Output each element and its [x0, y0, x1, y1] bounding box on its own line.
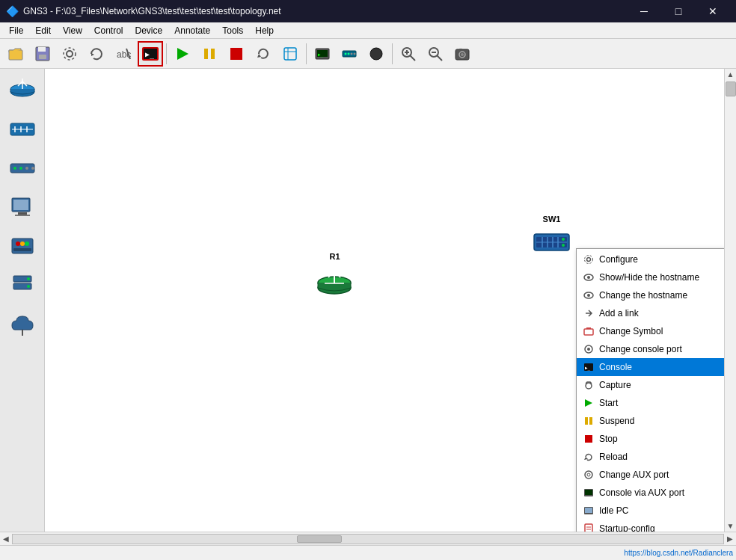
capture-icon [583, 379, 595, 391]
sidebar-item-hub[interactable] [4, 150, 41, 187]
refresh-button[interactable] [84, 41, 109, 67]
svg-point-21 [345, 52, 347, 55]
svg-rect-95 [589, 417, 592, 425]
svg-rect-54 [18, 212, 27, 215]
vertical-scrollbar[interactable]: ▲ ▼ [724, 69, 736, 532]
open-button[interactable] [3, 41, 28, 67]
suspend-all-button[interactable] [197, 41, 222, 67]
svg-rect-16 [284, 48, 296, 60]
ctx-startup-config[interactable]: Startup-config [577, 520, 724, 532]
ctx-showhide-hostname-label: Show/Hide the hostname [599, 272, 699, 283]
maximize-button[interactable]: □ [661, 0, 696, 22]
gear-icon [583, 253, 595, 265]
scrollbar-right-arrow[interactable]: ▶ [724, 535, 736, 543]
svg-text:▶_: ▶_ [318, 52, 324, 58]
ctx-configure[interactable]: Configure [577, 250, 724, 268]
status-bar: https://blog.csdn.net/Radianclera [0, 545, 736, 560]
ctx-idle-pc-label: Idle PC [599, 505, 628, 516]
ctx-console-via-aux[interactable]: Console via AUX port [577, 484, 724, 502]
menu-device[interactable]: Device [129, 24, 169, 37]
ctx-add-link[interactable]: Add a link [577, 304, 724, 322]
console-port-icon [583, 343, 595, 355]
svg-point-5 [64, 48, 76, 60]
ctx-showhide-hostname[interactable]: Show/Hide the hostname [577, 268, 724, 286]
sep1 [166, 43, 167, 64]
zoom-in-button[interactable] [396, 41, 421, 67]
stop-all-button[interactable] [224, 41, 249, 67]
filter-button[interactable]: abc [111, 41, 136, 67]
terminal-button[interactable]: ▶_ [138, 41, 163, 67]
ctx-add-link-label: Add a link [599, 308, 639, 319]
svg-point-51 [31, 167, 34, 170]
scrollbar-up-arrow[interactable]: ▲ [725, 69, 736, 80]
title-bar: 🔷 GNS3 - F:\03_Files\Network\GNS3\test\t… [0, 0, 736, 22]
ctx-change-aux-port[interactable]: Change AUX port [577, 466, 724, 484]
sidebar-item-server[interactable] [4, 266, 41, 304]
preferences-button[interactable] [57, 41, 82, 67]
minimize-button[interactable]: ─ [627, 0, 661, 22]
ctx-change-console-port-label: Change console port [599, 344, 682, 354]
ctx-change-console-port[interactable]: Change console port [577, 340, 724, 358]
ctx-start[interactable]: Start [577, 394, 724, 412]
node-sw1[interactable]: SW1 [531, 215, 572, 260]
menu-control[interactable]: Control [88, 24, 129, 37]
svg-point-50 [25, 167, 28, 170]
menu-view[interactable]: View [57, 24, 88, 37]
menu-file[interactable]: File [3, 24, 29, 37]
ctx-change-hostname[interactable]: Change the hostname [577, 286, 724, 304]
scrollbar-v-thumb[interactable] [726, 81, 736, 96]
ctx-change-symbol[interactable]: Change Symbol [577, 322, 724, 340]
ctx-stop[interactable]: Stop [577, 430, 724, 448]
sidebar-item-router[interactable] [4, 72, 41, 109]
scrollbar-down-arrow[interactable]: ▼ [725, 520, 736, 532]
workspace: R1 SW1 [0, 69, 736, 532]
scrollbar-h-thumb[interactable] [297, 535, 342, 543]
svg-point-64 [27, 285, 30, 288]
left-sidebar [0, 69, 45, 532]
ctx-change-aux-port-label: Change AUX port [599, 470, 669, 480]
svg-marker-6 [91, 53, 94, 56]
ethernet-button[interactable] [337, 41, 362, 67]
svg-rect-96 [585, 435, 592, 443]
svg-point-99 [587, 473, 590, 476]
save-button[interactable] [30, 41, 55, 67]
console-all-button[interactable]: ▶_ [310, 41, 335, 67]
ctx-reload-label: Reload [599, 452, 628, 462]
svg-rect-103 [585, 508, 592, 513]
scrollbar-left-arrow[interactable]: ◀ [0, 535, 12, 543]
close-button[interactable]: ✕ [696, 0, 730, 22]
canvas[interactable]: R1 SW1 [45, 69, 724, 532]
ctx-start-label: Start [599, 398, 618, 408]
zoom-out-button[interactable] [423, 41, 448, 67]
svg-point-86 [587, 294, 590, 297]
sidebar-item-switch[interactable] [4, 111, 41, 148]
node-r1[interactable]: R1 [314, 252, 355, 298]
serial-button[interactable] [364, 41, 389, 67]
sep2 [306, 43, 307, 64]
scrollbar-v-track[interactable] [725, 98, 736, 520]
scrollbar-h-track[interactable] [12, 534, 724, 544]
svg-point-82 [585, 256, 593, 264]
sidebar-item-pc[interactable] [4, 188, 41, 226]
ctx-capture[interactable]: Capture [577, 376, 724, 394]
virtualbox-button[interactable] [277, 41, 303, 67]
svg-point-80 [562, 244, 565, 247]
svg-point-81 [587, 258, 591, 262]
screenshot-button[interactable] [450, 41, 475, 67]
reload-all-button[interactable] [251, 41, 276, 67]
ctx-console[interactable]: ▶_ Console [577, 358, 724, 376]
ctx-idle-pc[interactable]: Idle PC [577, 502, 724, 520]
svg-point-92 [586, 383, 592, 389]
menu-edit[interactable]: Edit [29, 24, 57, 37]
sidebar-item-cloud[interactable] [4, 305, 41, 342]
menu-annotate[interactable]: Annotate [168, 24, 216, 37]
sidebar-item-firewall[interactable] [4, 227, 41, 265]
ctx-suspend[interactable]: Suspend [577, 412, 724, 430]
ctx-reload[interactable]: Reload [577, 448, 724, 466]
start-all-button[interactable] [170, 41, 195, 67]
svg-marker-93 [585, 399, 592, 407]
menu-help[interactable]: Help [249, 24, 280, 37]
menu-tools[interactable]: Tools [216, 24, 249, 37]
svg-rect-12 [204, 49, 208, 59]
horizontal-scrollbar[interactable]: ◀ ▶ [0, 532, 736, 545]
